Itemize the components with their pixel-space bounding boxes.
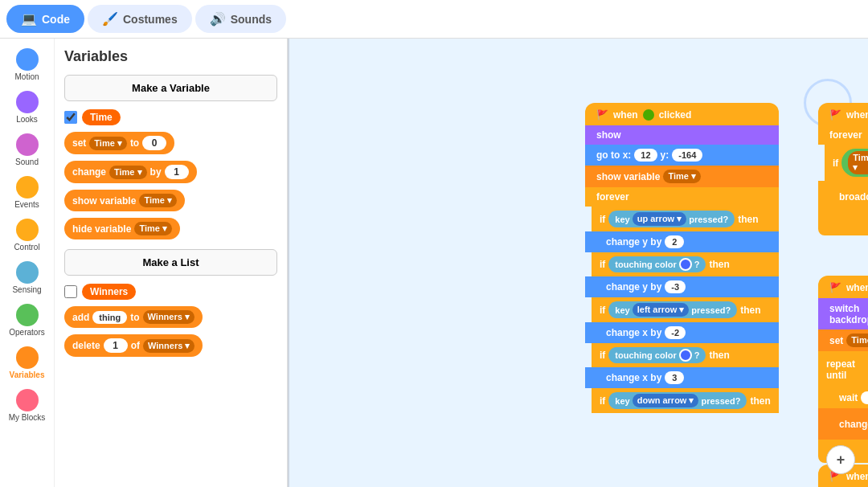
time-set-dropdown[interactable]: Time ▾ [846, 334, 868, 347]
if-left-arrow-block[interactable]: if key left arrow ▾ pressed? then [592, 297, 779, 322]
set-time-block[interactable]: set Time ▾ to 0 [64, 132, 174, 154]
winners-checkbox[interactable] [64, 285, 77, 298]
hat-when-clicked-1[interactable]: 🚩 when clicked [585, 103, 779, 125]
time-dropdown-script[interactable]: Time ▾ [663, 170, 701, 183]
delete-of-block-row: delete 1 of Winners ▾ [64, 334, 277, 357]
flag-circle-1 [643, 109, 654, 121]
time-dropdown-change[interactable]: Time ▾ [109, 166, 147, 179]
if-touching-color-2-block[interactable]: if touching color ? then [592, 343, 779, 367]
up-arrow-dropdown[interactable]: up arrow ▾ [633, 212, 687, 226]
down-arrow-dropdown[interactable]: down arrow ▾ [633, 394, 699, 407]
tab-costumes[interactable]: 🖌️ Costumes [88, 5, 192, 33]
winners-dropdown-add[interactable]: Winners ▾ [143, 310, 194, 324]
sound-dot [16, 133, 39, 156]
set-time-40-block[interactable]: set Time ▾ to 40 [818, 329, 868, 351]
if-touching-color-1-block[interactable]: if touching color ? then [592, 252, 779, 276]
time-dropdown-set[interactable]: Time ▾ [89, 137, 127, 150]
left-arrow-dropdown[interactable]: left arrow ▾ [633, 303, 690, 317]
panel-divider [288, 39, 289, 487]
time-checkbox[interactable] [64, 111, 77, 124]
if-time-eq-0-block[interactable]: if Time ▾ = 0 then [825, 145, 868, 181]
hide-variable-block-row: hide variable Time ▾ [64, 218, 277, 239]
wait-1-seconds-block[interactable]: wait 1 seconds [818, 387, 868, 408]
change-y-neg3-block[interactable]: change y by -3 [585, 276, 779, 297]
forever-end-1: ↩ [818, 212, 868, 235]
key-down-arrow-condition: key down arrow ▾ pressed? [608, 392, 747, 409]
time-var-dropdown[interactable]: Time ▾ [848, 151, 868, 174]
sensing-dot [16, 261, 39, 284]
show-variable-time-block[interactable]: show variable Time ▾ [585, 166, 779, 187]
panel-title: Variables [64, 48, 277, 65]
switch-backdrop-block[interactable]: switch backdrop to maze ▾ [818, 298, 868, 329]
add-thing-block-row: add thing to Winners ▾ [64, 306, 277, 328]
sidebar-item-variables[interactable]: Variables [3, 343, 51, 383]
forever-label-1: forever [585, 187, 779, 207]
stack-3: 🚩 when clicked switch backdrop to maze ▾… [818, 276, 868, 463]
sidebar-item-sound[interactable]: Sound [3, 130, 51, 170]
scripting-area: 🚩 when clicked show go to x: 12 y: -164 [288, 39, 868, 487]
script-group-2: 🚩 when clicked forever if Time ▾ = 0 [818, 103, 868, 235]
color-circle-1 [679, 258, 692, 271]
change-x-3-block[interactable]: change x by 3 [585, 367, 779, 388]
sounds-icon: 🔊 [210, 11, 226, 27]
time-eq-0-condition: Time ▾ = 0 [841, 149, 868, 177]
sidebar-item-sensing[interactable]: Sensing [3, 258, 51, 297]
delete-of-block[interactable]: delete 1 of Winners ▾ [64, 334, 203, 357]
color-circle-2 [679, 349, 692, 362]
hat-when-clicked-3[interactable]: 🚩 when clicked [818, 276, 868, 298]
repeat-until-block[interactable]: repeat until Time ▾ = 0 [818, 351, 868, 387]
myblocks-dot [16, 389, 39, 411]
sidebar-item-motion[interactable]: Motion [3, 45, 51, 84]
code-icon: 💻 [21, 11, 37, 27]
key-left-arrow-condition: key left arrow ▾ pressed? [608, 301, 737, 318]
change-time-block[interactable]: change Time ▾ by 1 [64, 161, 197, 183]
broadcast-game-over-block[interactable]: broadcast game over ▾ [818, 181, 868, 212]
main-area: Motion Looks Sound Events Control Sensin… [0, 39, 868, 487]
hat-when-clicked-2[interactable]: 🚩 when clicked [818, 103, 868, 125]
show-variable-block[interactable]: show variable Time ▾ [64, 190, 185, 211]
change-y-2-block[interactable]: change y by 2 [585, 231, 779, 252]
sidebar-item-myblocks[interactable]: My Blocks [3, 386, 51, 425]
script-group-3: 🚩 when clicked switch backdrop to maze ▾… [818, 276, 868, 463]
flag-icon-1: 🚩 [596, 109, 608, 121]
make-list-button[interactable]: Make a List [64, 249, 277, 276]
change-time-neg1-block[interactable]: change Time ▾ by -1 [818, 408, 868, 440]
sidebar-item-control[interactable]: Control [3, 215, 51, 255]
change-time-block-row: change Time ▾ by 1 [64, 161, 277, 183]
if-up-arrow-block[interactable]: if key up arrow ▾ pressed? then [592, 207, 779, 231]
change-x-neg2-block[interactable]: change x by -2 [585, 322, 779, 343]
tab-code[interactable]: 💻 Code [6, 5, 84, 33]
sidebar-item-events[interactable]: Events [3, 173, 51, 212]
show-variable-block-row: show variable Time ▾ [64, 190, 277, 211]
stack-1: 🚩 when clicked show go to x: 12 y: -164 [585, 103, 779, 413]
if-down-arrow-block[interactable]: if key down arrow ▾ pressed? then [592, 388, 779, 413]
make-variable-button[interactable]: Make a Variable [64, 75, 277, 101]
time-dropdown-hide[interactable]: Time ▾ [134, 222, 172, 235]
hide-variable-block[interactable]: hide variable Time ▾ [64, 218, 180, 239]
show-block[interactable]: show [585, 125, 779, 145]
sidebar-item-looks[interactable]: Looks [3, 88, 51, 127]
winners-dropdown-delete[interactable]: Winners ▾ [143, 339, 194, 353]
categories-sidebar: Motion Looks Sound Events Control Sensin… [0, 39, 55, 487]
top-tabs-bar: 💻 Code 🖌️ Costumes 🔊 Sounds [0, 0, 868, 39]
add-thing-block[interactable]: add thing to Winners ▾ [64, 306, 203, 328]
variables-dot [16, 346, 39, 369]
events-dot [16, 176, 39, 198]
time-dropdown-show[interactable]: Time ▾ [139, 194, 177, 207]
winners-variable-badge[interactable]: Winners [82, 284, 136, 300]
sidebar-item-operators[interactable]: Operators [3, 301, 51, 340]
key-up-arrow-condition: key up arrow ▾ pressed? [608, 211, 735, 227]
tab-sounds[interactable]: 🔊 Sounds [195, 5, 286, 33]
blocks-panel: Variables Make a Variable Time set Time … [55, 39, 288, 487]
costumes-icon: 🖌️ [102, 11, 118, 27]
zoom-in-button[interactable]: + [826, 445, 855, 474]
flag-icon-2: 🚩 [829, 109, 841, 121]
time-variable-badge[interactable]: Time [82, 109, 121, 125]
looks-dot [16, 91, 39, 113]
forever-label-2: forever [818, 125, 868, 145]
time-variable-row: Time [64, 109, 277, 125]
operators-dot [16, 304, 39, 326]
motion-dot [16, 48, 39, 71]
goto-xy-block[interactable]: go to x: 12 y: -164 [585, 145, 779, 166]
control-dot [16, 219, 39, 241]
